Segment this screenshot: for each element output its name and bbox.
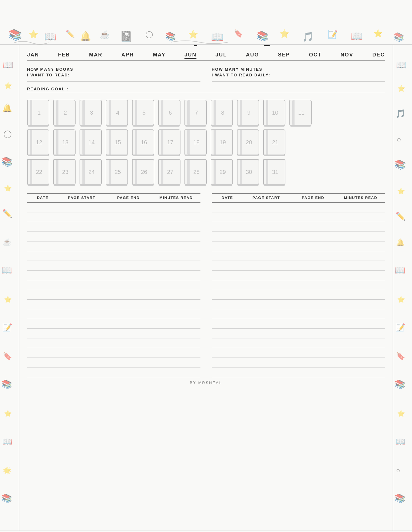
book-icon-25: 25	[106, 159, 128, 185]
month-dec[interactable]: DEC	[372, 52, 385, 59]
book-item-21[interactable]: 21	[263, 129, 285, 155]
month-jul[interactable]: JUL	[216, 52, 227, 59]
table-row	[212, 270, 385, 280]
month-oct[interactable]: OCT	[309, 52, 322, 59]
svg-text:⭐: ⭐	[29, 30, 38, 39]
book-icon-15: 15	[106, 129, 128, 155]
book-number-7: 7	[195, 109, 198, 116]
book-item-6[interactable]: 6	[158, 100, 180, 125]
book-item-10[interactable]: 10	[263, 100, 285, 125]
month-nov[interactable]: NOV	[340, 52, 353, 59]
book-icon-23: 23	[53, 159, 76, 185]
svg-text:📝: 📝	[395, 323, 405, 332]
books-goal-field: HOW MANY BOOKS I WANT TO READ:	[27, 67, 200, 82]
footer-credit: BY MRSNEAL	[27, 377, 385, 387]
svg-text:⭐: ⭐	[4, 296, 12, 303]
book-icon-12: 12	[27, 129, 49, 155]
book-item-22[interactable]: 22	[27, 159, 49, 185]
books-row-2: 12131415161718192021	[27, 129, 385, 155]
book-icon-17: 17	[158, 129, 180, 155]
reading-goal-row: READING GOAL :	[27, 86, 385, 93]
book-item-3[interactable]: 3	[80, 100, 102, 125]
book-item-5[interactable]: 5	[132, 100, 154, 125]
table-row	[27, 280, 200, 290]
table-row	[27, 251, 200, 261]
book-item-9[interactable]: 9	[237, 100, 259, 125]
book-item-15[interactable]: 15	[106, 129, 128, 155]
book-item-12[interactable]: 12	[27, 129, 49, 155]
border-bottom: 📚 ○ 🎵 ✏️ 📖 ⭐ 📚 ○ 📖 🎵 📚 ⭐ 📖 ✏️ 📝 ⭐ 📚 ○	[0, 531, 412, 532]
svg-text:✏️: ✏️	[2, 209, 12, 218]
page-wrapper: 📚 ⭐ 📖 ✏️ 🔔 ☕ 📓 ◯ 📚 ⭐ 📖 🔖 📚 ⭐ 🎵 📝 📖 ⭐ 📚	[0, 23, 412, 532]
book-item-2[interactable]: 2	[53, 100, 76, 125]
book-number-3: 3	[90, 109, 93, 116]
table-row	[212, 348, 385, 358]
book-item-11[interactable]: 11	[289, 100, 312, 125]
month-sep[interactable]: SEP	[278, 52, 290, 59]
book-item-24[interactable]: 24	[80, 159, 102, 185]
book-number-15: 15	[115, 139, 121, 146]
month-aug[interactable]: AUG	[246, 52, 259, 59]
book-item-8[interactable]: 8	[211, 100, 233, 125]
book-item-7[interactable]: 7	[184, 100, 207, 125]
table-row	[212, 232, 385, 241]
month-jan[interactable]: JAN	[27, 52, 39, 59]
book-number-22: 22	[36, 169, 42, 175]
books-section: 1234567891011 12131415161718192021 22232…	[27, 100, 385, 185]
book-item-27[interactable]: 27	[158, 159, 180, 185]
log-table-left-table: DATE PAGE START PAGE END MINUTES READ	[27, 193, 200, 377]
book-icon-13: 13	[53, 129, 76, 155]
month-may[interactable]: MAY	[153, 52, 165, 59]
table-row	[212, 358, 385, 367]
month-jun[interactable]: JUN	[184, 52, 196, 59]
books-row-3: 22232425262728293031	[27, 159, 385, 185]
book-icon-7: 7	[184, 100, 207, 125]
book-number-13: 13	[62, 139, 68, 146]
svg-text:⭐: ⭐	[374, 29, 383, 38]
book-item-29[interactable]: 29	[211, 159, 233, 185]
book-item-1[interactable]: 1	[27, 100, 49, 125]
book-item-25[interactable]: 25	[106, 159, 128, 185]
book-number-17: 17	[167, 139, 173, 146]
table-row	[212, 251, 385, 261]
book-item-31[interactable]: 31	[263, 159, 285, 185]
book-number-16: 16	[141, 139, 147, 146]
book-icon-16: 16	[132, 129, 154, 155]
book-icon-9: 9	[237, 100, 259, 125]
table-row	[27, 299, 200, 309]
book-item-26[interactable]: 26	[132, 159, 154, 185]
book-item-23[interactable]: 23	[53, 159, 76, 185]
book-number-4: 4	[116, 109, 119, 116]
book-item-4[interactable]: 4	[106, 100, 128, 125]
books-row-1: 1234567891011	[27, 100, 385, 125]
book-number-25: 25	[115, 169, 121, 175]
svg-text:◯: ◯	[3, 129, 12, 138]
table-row	[27, 212, 200, 222]
month-apr[interactable]: APR	[121, 52, 134, 59]
book-item-28[interactable]: 28	[184, 159, 207, 185]
book-item-20[interactable]: 20	[237, 129, 259, 155]
svg-text:🌟: 🌟	[3, 466, 11, 474]
book-item-16[interactable]: 16	[132, 129, 154, 155]
month-mar[interactable]: MAR	[89, 52, 102, 59]
book-icon-27: 27	[158, 159, 180, 185]
book-item-30[interactable]: 30	[237, 159, 259, 185]
book-icon-10: 10	[263, 100, 285, 125]
svg-text:📚: 📚	[395, 159, 406, 170]
svg-text:🔖: 🔖	[396, 352, 405, 361]
book-item-14[interactable]: 14	[80, 129, 102, 155]
month-feb[interactable]: FEB	[58, 52, 70, 59]
book-item-17[interactable]: 17	[158, 129, 180, 155]
months-row: JAN FEB MAR APR MAY JUN JUL AUG SEP OCT …	[27, 52, 385, 61]
book-item-13[interactable]: 13	[53, 129, 76, 155]
th-page-start-right: PAGE START	[243, 194, 290, 202]
border-top: 📚 ⭐ 📖 ✏️ 🔔 ☕ 📓 ◯ 📚 ⭐ 📖 🔖 📚 ⭐ 🎵 📝 📖 ⭐ 📚	[0, 23, 412, 45]
book-icon-1: 1	[27, 100, 49, 125]
border-left: 📖 ⭐ 🔔 ◯ 📚 ⭐ ✏️ ☕ 📖 ⭐ 📝 🔖 📚 ⭐ 📖 🌟 📚	[0, 45, 19, 531]
book-icon-3: 3	[80, 100, 102, 125]
table-row	[27, 202, 200, 212]
book-item-19[interactable]: 19	[211, 129, 233, 155]
book-number-10: 10	[272, 109, 278, 116]
book-number-9: 9	[247, 109, 250, 116]
book-item-18[interactable]: 18	[184, 129, 207, 155]
